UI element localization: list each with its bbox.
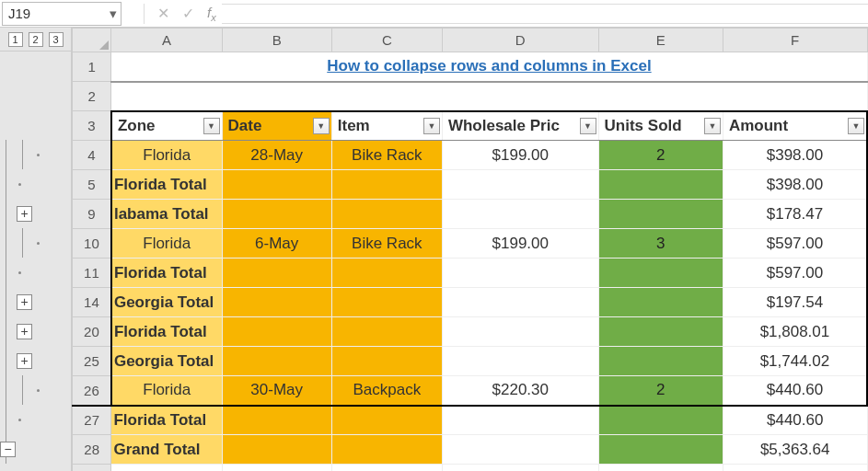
cell-empty[interactable]	[442, 435, 598, 465]
row-header[interactable]: 29	[73, 465, 111, 472]
outline-expand-button[interactable]: +	[17, 353, 32, 369]
cell-amount[interactable]: $178.47	[723, 200, 867, 229]
cell-zone[interactable]: Grand Total	[111, 435, 222, 465]
filter-button[interactable]: ▼	[848, 118, 864, 134]
cell-date[interactable]: 28-May	[222, 141, 331, 170]
header-item[interactable]: Item ▼	[331, 111, 442, 141]
name-box-dropdown-icon[interactable]: ▾	[110, 6, 117, 22]
cell-empty[interactable]	[331, 200, 442, 229]
cell-empty[interactable]	[222, 465, 331, 472]
cell-empty[interactable]	[222, 317, 331, 347]
row-header[interactable]: 11	[73, 258, 111, 288]
select-all-cell[interactable]	[73, 29, 111, 52]
cell-empty[interactable]	[222, 406, 331, 435]
cell-units[interactable]: 2	[598, 141, 723, 170]
cell-empty[interactable]	[442, 200, 598, 229]
fx-icon[interactable]: fx	[207, 5, 216, 23]
outline-level-2[interactable]: 2	[29, 32, 43, 47]
cell-empty[interactable]	[598, 406, 723, 435]
cell-empty[interactable]	[598, 170, 723, 200]
cell-empty[interactable]	[222, 347, 331, 376]
cell-zone[interactable]: Florida	[111, 376, 222, 406]
cell-item[interactable]: Bike Rack	[331, 141, 442, 170]
outline-level-3[interactable]: 3	[49, 32, 64, 47]
title-cell[interactable]: How to collapse rows and columns in Exce…	[111, 52, 867, 82]
cell-zone[interactable]: Florida Total	[111, 406, 222, 435]
cell-zone[interactable]: Florida Total	[111, 170, 222, 200]
cell-amount[interactable]: $5,363.64	[723, 435, 867, 465]
cell-empty[interactable]	[331, 406, 442, 435]
cell-empty[interactable]	[442, 347, 598, 376]
row-header[interactable]: 28	[73, 435, 111, 465]
spreadsheet-grid[interactable]: A B C D E F 1 How to collapse rows and c…	[72, 28, 868, 471]
cell-empty[interactable]	[598, 347, 723, 376]
cell-empty[interactable]	[331, 170, 442, 200]
filter-button[interactable]: ▼	[704, 118, 721, 134]
cell-empty[interactable]	[598, 435, 723, 465]
col-header-F[interactable]: F	[723, 29, 867, 52]
cell-price[interactable]: $220.30	[442, 376, 598, 406]
cell-date[interactable]: 30-May	[222, 376, 331, 406]
outline-expand-button[interactable]: +	[17, 324, 32, 339]
cell-empty[interactable]	[723, 465, 867, 472]
row-header[interactable]: 14	[73, 288, 111, 317]
col-header-C[interactable]: C	[331, 29, 442, 52]
cell-empty[interactable]	[598, 317, 723, 347]
filter-button[interactable]: ▼	[580, 118, 596, 134]
cell-price[interactable]: $199.00	[442, 229, 598, 258]
row-header[interactable]: 25	[73, 347, 111, 376]
outline-level-1[interactable]: 1	[8, 32, 23, 47]
cell-zone[interactable]: Florida	[111, 229, 222, 258]
cell-empty[interactable]	[442, 406, 598, 435]
cell-zone[interactable]: Georgia Total	[111, 347, 222, 376]
cell-empty[interactable]	[598, 288, 723, 317]
cell-units[interactable]: 3	[598, 229, 723, 258]
cell-empty[interactable]	[598, 200, 723, 229]
col-header-B[interactable]: B	[222, 29, 331, 52]
row-header[interactable]: 9	[73, 200, 111, 229]
header-price[interactable]: Wholesale Pric ▼	[442, 111, 598, 141]
cell-amount[interactable]: $398.00	[723, 170, 867, 200]
cell-empty[interactable]	[331, 288, 442, 317]
filter-button[interactable]: ▼	[313, 118, 330, 134]
row-header-3[interactable]: 3	[73, 111, 111, 141]
cell-amount[interactable]: $1,744.02	[723, 347, 867, 376]
cell-empty[interactable]	[598, 258, 723, 288]
row-header[interactable]: 4	[73, 141, 111, 170]
formula-input[interactable]	[222, 4, 868, 24]
cell-empty[interactable]	[111, 82, 867, 111]
outline-collapse-button[interactable]: −	[0, 442, 16, 457]
cell-amount[interactable]: $597.00	[723, 229, 867, 258]
header-units[interactable]: Units Sold ▼	[598, 111, 723, 141]
filter-button[interactable]: ▼	[423, 118, 440, 134]
row-header-2[interactable]: 2	[73, 82, 111, 111]
cell-zone[interactable]: Georgia Total	[111, 288, 222, 317]
cell-price[interactable]: $199.00	[442, 141, 598, 170]
row-header[interactable]: 27	[73, 406, 111, 435]
cell-item[interactable]: Backpack	[331, 376, 442, 406]
cell-zone[interactable]: Florida Total	[111, 258, 222, 288]
cell-empty[interactable]	[331, 317, 442, 347]
cell-empty[interactable]	[442, 317, 598, 347]
col-header-A[interactable]: A	[111, 29, 222, 52]
cell-amount[interactable]: $197.54	[723, 288, 867, 317]
row-header-1[interactable]: 1	[73, 52, 111, 82]
cell-amount[interactable]: $440.60	[723, 376, 867, 406]
cell-empty[interactable]	[222, 435, 331, 465]
cell-empty[interactable]	[331, 465, 442, 472]
cell-empty[interactable]	[222, 200, 331, 229]
cell-empty[interactable]	[331, 258, 442, 288]
name-box[interactable]: J19 ▾	[2, 2, 122, 26]
cell-amount[interactable]: $398.00	[723, 141, 867, 170]
cell-empty[interactable]	[222, 258, 331, 288]
cell-empty[interactable]	[442, 258, 598, 288]
cell-empty[interactable]	[331, 347, 442, 376]
cell-item[interactable]: Bike Rack	[331, 229, 442, 258]
cell-empty[interactable]	[598, 465, 723, 472]
outline-expand-button[interactable]: +	[17, 206, 32, 222]
cell-empty[interactable]	[331, 435, 442, 465]
cell-empty[interactable]	[222, 170, 331, 200]
cell-amount[interactable]: $597.00	[723, 258, 867, 288]
cell-empty[interactable]	[442, 288, 598, 317]
row-header[interactable]: 26	[73, 376, 111, 406]
